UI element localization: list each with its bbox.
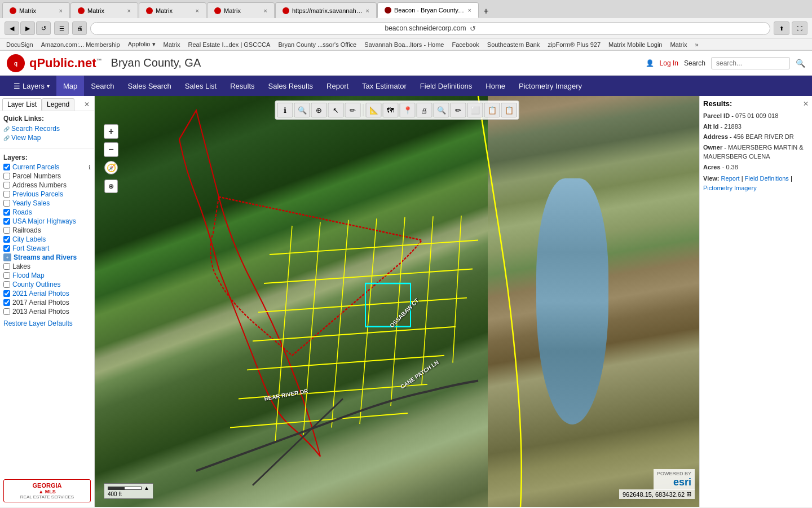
layer-checkbox-parcel-numbers[interactable] [3, 173, 10, 179]
tool-measure[interactable]: 📐 [366, 103, 382, 117]
nav-sales-results[interactable]: Sales Results [262, 76, 320, 96]
nav-layers[interactable]: ☰ Layers ▾ [7, 76, 56, 96]
bookmark-matrix1[interactable]: Matrix [162, 41, 182, 49]
bookmark-matrix2[interactable]: Matrix [668, 41, 689, 49]
tool-identify[interactable]: 🔍 [294, 103, 310, 117]
layer-previous-parcels[interactable]: Previous Parcels [0, 190, 94, 199]
bookmark-amazon[interactable]: Amazon.com:... Membership [39, 41, 122, 49]
layer-checkbox-fort-stewart[interactable] [3, 245, 10, 252]
view-pictometry-link[interactable]: Pictometry Imagery [703, 185, 757, 191]
tab-close-2[interactable]: × [127, 7, 131, 14]
bookmark-docusign[interactable]: DocuSign [5, 41, 35, 49]
tool-zoom-prev[interactable]: 🔍 [434, 103, 449, 117]
restore-layer-defaults-link[interactable]: Restore Layer Defaults [0, 316, 94, 331]
zoom-out-button[interactable]: − [104, 142, 118, 157]
layer-city-labels[interactable]: City Labels [0, 235, 94, 244]
nav-home[interactable]: Home [479, 76, 512, 96]
layer-checkbox-lakes[interactable] [3, 263, 10, 270]
refresh-icon[interactable]: ↺ [470, 24, 476, 33]
bookmark-savannah[interactable]: Savannah Boa...ltors - Home [363, 41, 445, 49]
view-report-link[interactable]: Report [721, 175, 740, 182]
layer-flood-map[interactable]: Flood Map [0, 271, 94, 280]
back-button[interactable]: ◀ [5, 21, 19, 35]
bookmark-facebook[interactable]: Facebook [450, 41, 480, 49]
nav-field-definitions[interactable]: Field Definitions [413, 76, 479, 96]
layer-railroads[interactable]: Railroads [0, 226, 94, 235]
panel-tab-layer-list[interactable]: Layer List [2, 98, 42, 111]
bookmark-bank[interactable]: Southeastern Bank [486, 41, 542, 49]
forward-button[interactable]: ▶ [20, 21, 35, 35]
layer-checkbox-current-parcels[interactable] [3, 164, 10, 170]
layer-2021-aerial[interactable]: 2021 Aerial Photos [0, 289, 94, 298]
layer-roads[interactable]: Roads [0, 208, 94, 217]
header-search-button[interactable]: 🔍 [796, 59, 805, 68]
zoom-in-button[interactable]: + [104, 124, 118, 139]
tab-matrix-5[interactable]: https://matrix.savannahmulti-li... × [275, 2, 377, 18]
new-tab-button[interactable]: + [479, 5, 493, 18]
layer-checkbox-yearly-sales[interactable] [3, 200, 10, 207]
header-search-input[interactable] [711, 57, 790, 69]
layer-checkbox-usa-highways[interactable] [3, 218, 10, 225]
layer-checkbox-roads[interactable] [3, 209, 10, 216]
tab-matrix-4[interactable]: Matrix × [207, 2, 275, 18]
tool-zoom-in[interactable]: ⊕ [311, 103, 327, 117]
reader-button[interactable]: ☰ [54, 21, 69, 35]
nav-tax-estimator[interactable]: Tax Estimator [355, 76, 413, 96]
layer-checkbox-flood-map[interactable] [3, 272, 10, 279]
view-map-link[interactable]: View Map [3, 134, 91, 142]
layer-checkbox-city-labels[interactable] [3, 236, 10, 243]
nav-pictometry[interactable]: Pictometry Imagery [512, 76, 589, 96]
layer-checkbox-2021-aerial[interactable] [3, 290, 10, 297]
layer-2013-aerial[interactable]: 2013 Aerial Photos [0, 307, 94, 316]
layer-current-parcels[interactable]: Current Parcels ℹ [0, 163, 94, 172]
tab-close-1[interactable]: × [59, 7, 63, 14]
tab-close-3[interactable]: × [196, 7, 199, 14]
nav-report[interactable]: Report [320, 76, 355, 96]
layer-checkbox-county-outlines[interactable] [3, 281, 10, 288]
panel-close-button[interactable]: ✕ [84, 100, 90, 108]
tool-print[interactable]: 🖨 [417, 103, 433, 117]
tab-close-5[interactable]: × [366, 7, 369, 14]
tool-rectangle[interactable]: ⬜ [467, 103, 483, 117]
tool-bookmark[interactable]: 📍 [400, 103, 416, 117]
layer-checkbox-address-numbers[interactable] [3, 182, 10, 189]
layer-county-outlines[interactable]: County Outlines [0, 280, 94, 289]
layer-fort-stewart[interactable]: Fort Stewart [0, 244, 94, 253]
view-field-link[interactable]: Field Definitions [745, 175, 789, 182]
tool-edit[interactable]: ✏ [345, 103, 361, 117]
nav-sales-list[interactable]: Sales List [178, 76, 223, 96]
map-area[interactable]: ℹ 🔍 ⊕ ↖ ✏ 📐 🗺 📍 🖨 🔍 ✏ ⬜ 📋 📋 + − 🧭 ⊕ [95, 96, 699, 507]
tool-draw[interactable]: ✏ [451, 103, 466, 117]
tab-close-4[interactable]: × [264, 7, 267, 14]
nav-map[interactable]: Map [56, 76, 84, 96]
bookmark-bryan[interactable]: Bryan County ...ssor's Office [276, 41, 358, 49]
layer-streams-rivers[interactable]: + Streams and Rivers [0, 253, 94, 262]
fullscreen-button[interactable]: ⛶ [792, 21, 807, 35]
layer-address-numbers[interactable]: Address Numbers [0, 181, 94, 190]
print-button[interactable]: 🖨 [72, 21, 87, 35]
nav-sales-search[interactable]: Sales Search [121, 76, 178, 96]
tab-matrix-1[interactable]: Matrix × [2, 2, 70, 18]
layer-usa-highways[interactable]: USA Major Highways [0, 217, 94, 226]
layer-info-current-parcels[interactable]: ℹ [89, 164, 91, 170]
layer-checkbox-2013-aerial[interactable] [3, 308, 10, 315]
map-compass[interactable]: 🧭 [104, 161, 118, 174]
nav-search[interactable]: Search [84, 76, 121, 96]
layer-checkbox-railroads[interactable] [3, 227, 10, 234]
bookmark-matrix-mobile[interactable]: Matrix Mobile Login [607, 41, 664, 49]
tool-map-view[interactable]: 🗺 [383, 103, 399, 117]
bookmark-more[interactable]: » [693, 41, 700, 49]
layer-yearly-sales[interactable]: Yearly Sales [0, 199, 94, 208]
expand-icon[interactable]: ⊞ [686, 491, 691, 498]
panel-tab-legend[interactable]: Legend [42, 98, 74, 111]
login-link[interactable]: Log In [660, 59, 678, 67]
tab-close-beacon[interactable]: × [468, 7, 471, 14]
nav-results[interactable]: Results [223, 76, 261, 96]
layer-checkbox-2017-aerial[interactable] [3, 299, 10, 306]
bookmark-zipform[interactable]: zipForm® Plus 927 [546, 41, 602, 49]
layer-2017-aerial[interactable]: 2017 Aerial Photos [0, 298, 94, 307]
tab-matrix-2[interactable]: Matrix × [70, 2, 138, 18]
address-bar[interactable]: beacon.schneidercorp.com ↺ [90, 22, 770, 35]
tab-beacon[interactable]: Beacon - Bryan County, GA -... × [377, 2, 479, 18]
share-button[interactable]: ⬆ [774, 21, 789, 35]
